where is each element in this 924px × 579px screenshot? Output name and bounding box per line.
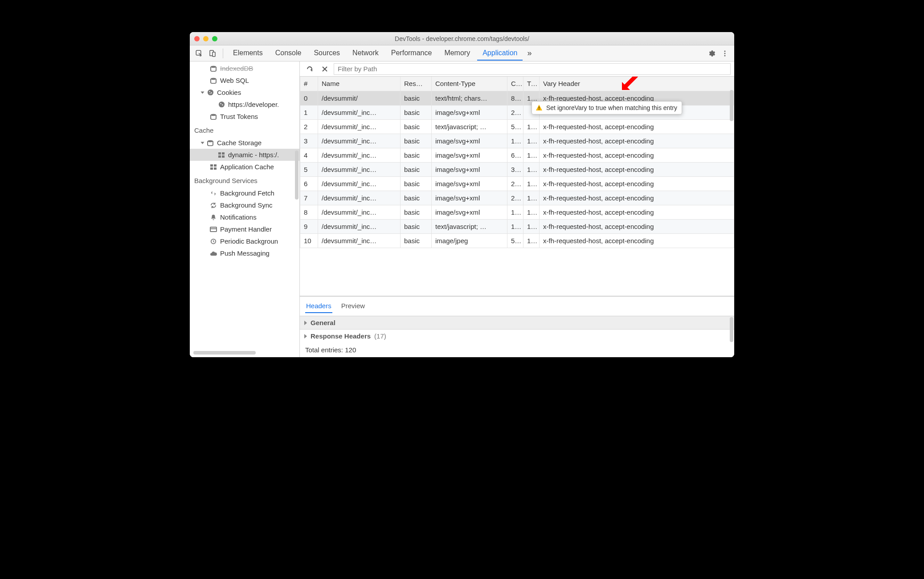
sidebar-item-bg-sync[interactable]: Background Sync (190, 199, 299, 211)
cell-response: basic (401, 162, 432, 176)
delete-button[interactable] (319, 63, 331, 75)
table-row[interactable]: 3/devsummit/_inc…basicimage/svg+xml1…1…x… (300, 134, 734, 148)
sidebar-item-payment[interactable]: Payment Handler (190, 223, 299, 235)
disclosure-triangle-icon[interactable] (201, 91, 204, 94)
col-header-vary[interactable]: Vary Header (540, 77, 734, 91)
sidebar-item-periodic[interactable]: Periodic Backgroun (190, 235, 299, 247)
col-header-name[interactable]: Name (318, 77, 401, 91)
close-window-button[interactable] (194, 36, 200, 41)
table-row[interactable]: 6/devsummit/_inc…basicimage/svg+xml2…1…x… (300, 176, 734, 191)
device-toggle-icon[interactable] (207, 48, 218, 59)
table-scrollbar[interactable] (730, 90, 733, 121)
refresh-button[interactable] (303, 63, 316, 75)
table-header-row: # Name Res… Content-Type C.. Ti… Vary He… (300, 77, 734, 91)
sidebar-h-scrollbar[interactable] (193, 351, 256, 355)
cell-idx: 7 (300, 191, 318, 205)
cell-response: basic (401, 119, 432, 134)
inspect-element-icon[interactable] (193, 48, 205, 59)
sidebar-item-bg-fetch[interactable]: Background Fetch (190, 187, 299, 199)
col-header-response[interactable]: Res… (401, 77, 432, 91)
cell-tc: 1… (523, 119, 540, 134)
tab-console[interactable]: Console (270, 46, 307, 61)
cell-tc: 1… (523, 162, 540, 176)
details-scrollbar[interactable] (730, 317, 733, 342)
cell-name: /devsummit/_inc… (318, 205, 401, 219)
cell-idx: 0 (300, 91, 318, 105)
cell-name: /devsummit/_inc… (318, 176, 401, 191)
details-tab-headers[interactable]: Headers (305, 299, 332, 313)
separator (223, 49, 223, 58)
disclosure-triangle-icon[interactable] (201, 142, 204, 144)
sidebar-item-label: Periodic Backgroun (220, 237, 278, 245)
svg-point-10 (211, 92, 212, 93)
sidebar-item-app-cache[interactable]: Application Cache (190, 161, 299, 173)
kebab-menu-icon[interactable] (719, 48, 731, 59)
cell-vary: x-fh-requested-host, accept-encoding (540, 162, 734, 176)
sidebar-item-cookies[interactable]: Cookies (190, 86, 299, 98)
maximize-window-button[interactable] (212, 36, 217, 41)
cell-ct: image/svg+xml (432, 134, 507, 148)
sidebar-item-label: Push Messaging (220, 249, 270, 257)
section-general[interactable]: General (300, 316, 734, 330)
svg-rect-24 (214, 167, 217, 170)
cell-idx: 3 (300, 134, 318, 148)
filter-input[interactable] (334, 63, 731, 75)
cell-ct: text/javascript; … (432, 219, 507, 233)
sidebar-item-cookie-origin[interactable]: https://developer. (190, 98, 299, 110)
col-header-content-type[interactable]: Content-Type (432, 77, 507, 91)
cell-name: /devsummit/_inc… (318, 162, 401, 176)
sidebar-item-notifications[interactable]: Notifications (190, 211, 299, 223)
col-header-index[interactable]: # (300, 77, 318, 91)
sidebar-item-cache-entry[interactable]: dynamic - https:/. (190, 149, 299, 161)
table-row[interactable]: 4/devsummit/_inc…basicimage/svg+xml6…1…x… (300, 148, 734, 162)
cell-tc: 1… (523, 205, 540, 219)
col-header-content-length[interactable]: C.. (507, 77, 523, 91)
table-row[interactable]: 8/devsummit/_inc…basicimage/svg+xml1…1…x… (300, 205, 734, 219)
sidebar-item-push[interactable]: Push Messaging (190, 247, 299, 259)
sidebar-group-cache: Cache (190, 122, 299, 137)
sidebar-scrollbar[interactable] (295, 151, 298, 200)
cell-vary: x-fh-requested-host, accept-encoding (540, 176, 734, 191)
cell-vary: x-fh-requested-host, accept-encoding (540, 205, 734, 219)
table-row[interactable]: 9/devsummit/_inc…basictext/javascript; …… (300, 219, 734, 233)
tab-elements[interactable]: Elements (228, 46, 268, 61)
cell-ct: image/jpeg (432, 233, 507, 248)
tabs-overflow-icon[interactable]: » (524, 47, 534, 60)
tab-network[interactable]: Network (347, 46, 384, 61)
bell-icon (209, 214, 217, 221)
cell-name: /devsummit/_inc… (318, 148, 401, 162)
svg-rect-30 (539, 106, 540, 109)
sidebar-item-trust-tokens[interactable]: Trust Tokens (190, 110, 299, 122)
tab-performance[interactable]: Performance (386, 46, 437, 61)
transfer-icon (209, 190, 217, 197)
tab-application[interactable]: Application (477, 46, 523, 61)
cache-storage-panel: # Name Res… Content-Type C.. Ti… Vary He… (300, 61, 734, 357)
svg-point-3 (724, 50, 726, 52)
cell-cl: 5… (507, 119, 523, 134)
table-row[interactable]: 5/devsummit/_inc…basicimage/svg+xml3…1…x… (300, 162, 734, 176)
section-response-headers[interactable]: Response Headers (17) (300, 330, 734, 343)
cell-cl: 2… (507, 176, 523, 191)
table-row[interactable]: 10/devsummit/_inc…basicimage/jpeg5…1…x-f… (300, 233, 734, 248)
cell-name: /devsummit/ (318, 91, 401, 105)
sidebar-item-cache-storage[interactable]: Cache Storage (190, 137, 299, 149)
tooltip-text: Set ignoreVary to true when matching thi… (546, 104, 677, 111)
tab-sources[interactable]: Sources (308, 46, 345, 61)
settings-icon[interactable] (706, 48, 717, 59)
col-header-time-cached[interactable]: Ti… (523, 77, 540, 91)
cell-ct: text/javascript; … (432, 119, 507, 134)
section-count: (17) (374, 332, 386, 340)
sidebar-item-websql[interactable]: Web SQL (190, 74, 299, 86)
cell-name: /devsummit/_inc… (318, 191, 401, 205)
svg-point-7 (211, 77, 216, 80)
table-row[interactable]: 2/devsummit/_inc…basictext/javascript; …… (300, 119, 734, 134)
cloud-icon (209, 250, 217, 257)
cookie-icon (206, 89, 214, 96)
sidebar-item-label: Cache Storage (217, 139, 262, 147)
sidebar-item-indexeddb[interactable]: IndexedDB (190, 62, 299, 74)
tab-memory[interactable]: Memory (439, 46, 475, 61)
minimize-window-button[interactable] (203, 36, 209, 41)
table-row[interactable]: 7/devsummit/_inc…basicimage/svg+xml2…1…x… (300, 191, 734, 205)
details-tab-preview[interactable]: Preview (340, 299, 366, 313)
window-title: DevTools - developer.chrome.com/tags/dev… (395, 35, 529, 42)
